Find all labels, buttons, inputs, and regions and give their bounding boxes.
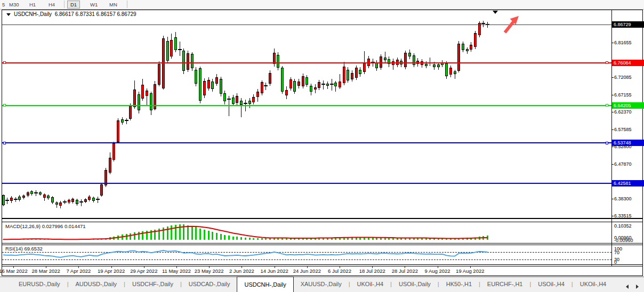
candle-body	[146, 91, 148, 96]
candle-body	[109, 158, 111, 173]
candle-doji	[5, 200, 9, 201]
candle-body	[203, 81, 206, 95]
macd-histogram-bar	[400, 238, 402, 240]
macd-histogram-bar	[290, 238, 292, 240]
line-handle[interactable]	[3, 61, 6, 64]
macd-histogram-bar	[191, 226, 193, 240]
macd-histogram-bar	[187, 225, 189, 240]
price-tick-label: 6.81655	[614, 40, 632, 45]
candle-doji	[330, 84, 334, 85]
date-label: 16 Mar 2022	[0, 268, 28, 274]
macd-histogram-bar	[450, 239, 452, 240]
tab-usdchf-daily[interactable]: USDCHF-,Daily	[125, 277, 180, 292]
candle-body	[170, 40, 173, 57]
chart-plot-area[interactable]: 6.816556.720856.671556.623706.575856.528…	[0, 0, 644, 292]
candle-body	[252, 97, 255, 102]
line-handle[interactable]	[606, 61, 608, 64]
tab-hk50-h1[interactable]: HK50-,H1	[439, 277, 479, 292]
candle-body	[248, 101, 251, 104]
macd-histogram-bar	[232, 237, 234, 240]
tab-usoil-daily[interactable]: USOil-,Daily	[392, 277, 438, 292]
candle-body	[236, 96, 238, 102]
macd-histogram-bar	[126, 234, 127, 240]
price-tick-label: 6.47870	[614, 161, 632, 167]
hline-6.42581[interactable]	[2, 183, 611, 184]
macd-histogram-bar	[331, 238, 333, 240]
candle-body	[187, 53, 189, 69]
tab-ukoil-h4[interactable]: UKOil-,H4	[573, 277, 614, 292]
candle-body	[207, 80, 210, 88]
macd-values: 0.027996 0.014471	[42, 223, 86, 229]
candle-body	[100, 184, 103, 196]
candle-wick	[332, 79, 332, 91]
price-tick-label: 6.62370	[614, 109, 632, 115]
price-badge-6.42581: 6.42581	[612, 180, 644, 186]
date-label: 19 Aug 2022	[456, 268, 484, 274]
macd-histogram-bar	[216, 233, 218, 240]
candle-body	[297, 82, 300, 85]
tab-usoil-h4[interactable]: USOil-,H4	[531, 277, 571, 292]
hline-6.76084[interactable]	[2, 62, 611, 63]
trading-terminal: 5M30H1H4D1W1MN USDCNH-,Daily 6.86617 6.8…	[0, 0, 644, 292]
line-handle[interactable]	[606, 104, 608, 107]
macd-histogram-bar	[105, 238, 107, 240]
candle-body	[223, 93, 226, 101]
rsi-value: 69.6532	[24, 246, 42, 252]
macd-histogram-bar	[93, 239, 94, 240]
candle-body	[281, 68, 284, 92]
macd-histogram-bar	[44, 239, 45, 240]
line-handle[interactable]	[3, 142, 6, 144]
candle-body	[302, 76, 304, 86]
tab-eurchf-h1[interactable]: EURCHF-,H1	[480, 277, 530, 292]
hline-6.53748[interactable]	[2, 142, 611, 143]
macd-histogram-bar	[220, 234, 222, 240]
hline-6.64205[interactable]	[2, 105, 611, 106]
candle-body	[457, 44, 460, 71]
chart-dropdown-icon[interactable]	[6, 13, 11, 16]
price-tick-label: 6.72085	[614, 75, 632, 80]
price-tick	[611, 77, 614, 78]
tab-eurusd-daily[interactable]: EURUSD-,Daily	[12, 277, 67, 292]
macd-histogram-bar	[454, 239, 456, 240]
tab-usdcad-daily[interactable]: USDCAD-,Daily	[182, 277, 237, 292]
date-label: 23 May 2022	[195, 268, 224, 274]
tab-xauusd-daily[interactable]: XAUUSD-,Daily	[294, 277, 349, 292]
macd-histogram-bar	[27, 239, 29, 240]
candle-doji	[481, 23, 485, 24]
tab-ukoil-h4[interactable]: UKOil-,H4	[350, 277, 391, 292]
macd-histogram-bar	[204, 230, 205, 240]
chart-symbol-period: USDCNH-,Daily	[14, 11, 52, 17]
line-handle[interactable]	[3, 104, 6, 107]
macd-histogram-bar	[199, 229, 201, 240]
macd-histogram-bar	[117, 236, 119, 240]
price-tick	[611, 216, 614, 216]
candle-body	[277, 55, 279, 68]
macd-histogram-bar	[413, 238, 415, 240]
price-tick-label: 6.57585	[614, 127, 632, 132]
macd-histogram-bar	[269, 238, 271, 240]
macd-histogram-bar	[109, 237, 111, 240]
date-label: 18 Jul 2022	[359, 268, 385, 274]
tab-scroll-left-icon[interactable]	[626, 285, 629, 289]
candle-body	[425, 64, 428, 66]
line-handle[interactable]	[606, 142, 608, 144]
tab-scroll-right-icon[interactable]	[636, 285, 639, 289]
macd-histogram-bar	[85, 239, 86, 240]
candle-body	[39, 192, 42, 194]
price-badge-6.76084: 6.76084	[612, 60, 644, 66]
macd-histogram-bar	[245, 238, 246, 240]
macd-histogram-bar	[249, 238, 251, 240]
tab-usdcnh-daily[interactable]: USDCNH-,Daily	[237, 277, 293, 292]
candle-body	[470, 45, 472, 50]
macd-histogram-bar	[179, 224, 181, 240]
macd-histogram-bar	[441, 239, 443, 240]
candle-doji	[14, 199, 18, 200]
candle-body	[10, 198, 13, 200]
candle-body	[141, 85, 144, 99]
tab-audusd-daily[interactable]: AUDUSD-,Daily	[68, 277, 124, 292]
date-label: 2 Jun 2022	[229, 268, 254, 274]
candle-body	[121, 119, 124, 123]
macd-histogram-bar	[364, 237, 365, 240]
price-tick-label: 6.38300	[614, 196, 632, 201]
candle-body	[388, 59, 390, 64]
